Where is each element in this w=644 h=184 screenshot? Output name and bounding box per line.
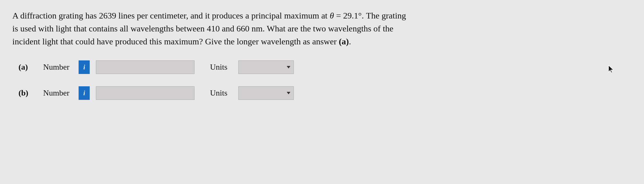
part-b-info-button[interactable]: i (79, 86, 90, 100)
page-container: A diffraction grating has 2639 lines per… (12, 9, 632, 100)
part-a-label: (a) (18, 63, 37, 72)
part-b-units-label: Units (210, 88, 227, 98)
question-line2: is used with light that contains all wav… (12, 24, 393, 33)
question-line1: A diffraction grating has 2639 lines per… (12, 11, 406, 20)
question-line3: incident light that could have produced … (12, 37, 351, 46)
answer-row-a: (a) Number i Units nm m mm μm (18, 60, 632, 74)
question-text: A diffraction grating has 2639 lines per… (12, 9, 632, 48)
part-a-info-button[interactable]: i (79, 60, 90, 74)
part-b-number-label: Number (43, 88, 69, 98)
part-a-number-label: Number (43, 63, 69, 72)
answer-row-b: (b) Number i Units nm m mm μm (18, 86, 632, 100)
part-b-label: (b) (18, 88, 37, 98)
answers-section: (a) Number i Units nm m mm μm (b) Number… (12, 60, 632, 100)
theta-symbol: θ (330, 11, 334, 20)
part-b-number-input[interactable] (96, 86, 195, 100)
part-a-number-input[interactable] (96, 60, 195, 74)
cursor-icon (608, 65, 615, 75)
part-a-units-label: Units (210, 63, 227, 72)
part-a-units-select[interactable]: nm m mm μm (238, 60, 294, 74)
part-b-units-select[interactable]: nm m mm μm (238, 86, 294, 100)
